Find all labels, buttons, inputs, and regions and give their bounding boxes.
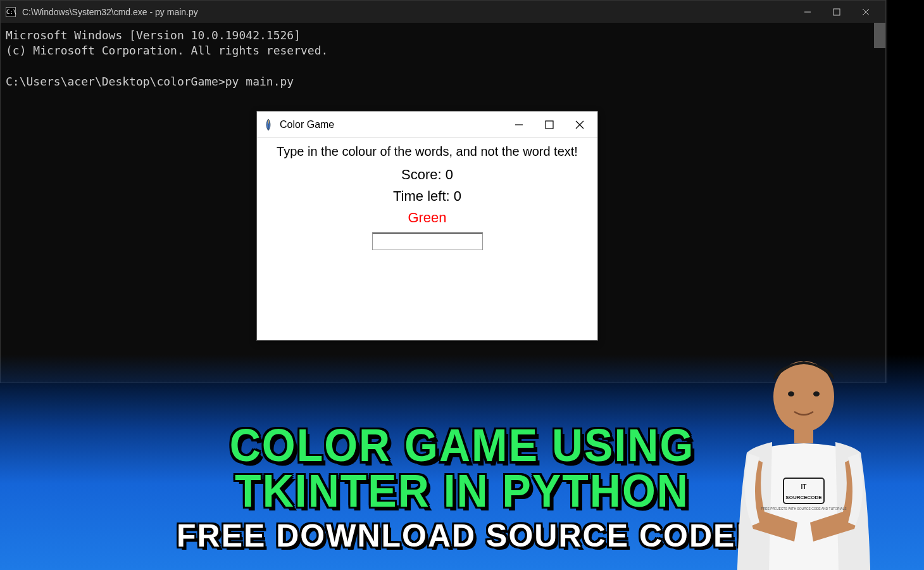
close-icon (861, 8, 870, 16)
time-left-label: Time left: 0 (257, 188, 597, 205)
tkinter-window: Color Game Type in the colour of the wor… (256, 111, 598, 341)
instruction-label: Type in the colour of the words, and not… (257, 144, 597, 159)
banner-title-line: COLOR GAME USING (230, 420, 695, 471)
minimize-button[interactable] (793, 3, 822, 22)
tkinter-title-text: Color Game (280, 119, 513, 130)
answer-input[interactable] (372, 232, 483, 250)
svg-text:FREE PROJECTS WITH SOURCE CODE: FREE PROJECTS WITH SOURCE CODE AND TUTOR… (761, 507, 847, 510)
maximize-button[interactable] (543, 118, 556, 131)
cmd-titlebar[interactable]: C:\ C:\Windows\System32\cmd.exe - py mai… (1, 1, 885, 23)
svg-rect-12 (794, 428, 813, 443)
cmd-prompt-icon: C:\ (6, 7, 16, 17)
minimize-icon (515, 120, 523, 129)
minimize-button[interactable] (513, 118, 525, 131)
minimize-icon (804, 8, 811, 16)
maximize-icon (833, 8, 840, 16)
svg-text:IT: IT (801, 483, 807, 490)
banner-subtitle: FREE DOWNLOAD SOURCE CODE! (177, 517, 747, 554)
tkinter-titlebar[interactable]: Color Game (257, 111, 597, 138)
banner-title: COLOR GAME USING TKINTER IN PYTHON (230, 423, 695, 514)
svg-rect-6 (546, 121, 553, 129)
cmd-line: (c) Microsoft Corporation. All rights re… (6, 44, 328, 57)
maximize-icon (545, 120, 554, 129)
svg-text:SOURCECODE: SOURCECODE (785, 495, 822, 500)
maximize-button[interactable] (822, 3, 851, 22)
cmd-title-text: C:\Windows\System32\cmd.exe - py main.py (22, 7, 793, 17)
close-icon (575, 120, 585, 130)
edge-divider (886, 0, 887, 383)
banner-title-line: TKINTER IN PYTHON (235, 466, 689, 516)
tkinter-window-controls (513, 118, 591, 131)
score-label: Score: 0 (257, 167, 597, 183)
cmd-line: C:\Users\acer\Desktop\colorGame>py main.… (6, 75, 294, 88)
scrollbar-thumb[interactable] (874, 23, 885, 48)
cmd-line: Microsoft Windows [Version 10.0.19042.15… (6, 28, 301, 42)
close-button[interactable] (573, 118, 586, 131)
svg-rect-1 (833, 9, 840, 15)
svg-point-10 (788, 391, 794, 396)
tkinter-body: Type in the colour of the words, and not… (257, 138, 597, 250)
color-word-label: Green (257, 210, 597, 226)
tkinter-feather-icon (263, 118, 273, 131)
close-button[interactable] (851, 3, 880, 22)
cmd-window-controls (793, 3, 880, 22)
svg-point-11 (813, 391, 820, 396)
person-cutout: IT SOURCECODE FREE PROJECTS WITH SOURCE … (709, 342, 899, 570)
cmd-terminal-output[interactable]: Microsoft Windows [Version 10.0.19042.15… (1, 23, 885, 94)
